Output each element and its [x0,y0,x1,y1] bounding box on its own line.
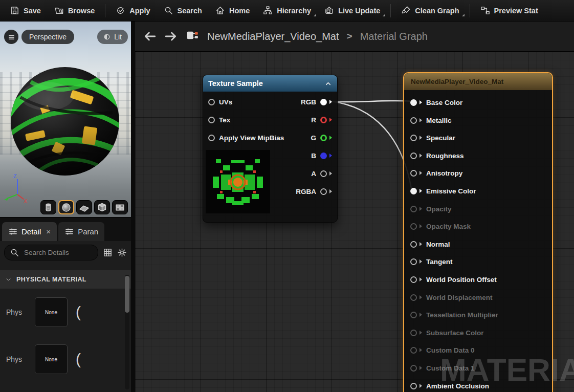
back-arrow-icon[interactable] [143,31,157,42]
material-pin-roughness[interactable]: Roughness [410,149,464,162]
left-panel: Perspective Lit Z X [0,21,131,392]
hamburger-icon [7,32,16,42]
pin-circle[interactable] [410,117,417,124]
grid-view-icon[interactable] [103,248,113,257]
tab-details[interactable]: Detail × [2,222,57,241]
material-result-header[interactable]: NewMediaPlayer_Video_Mat [404,73,552,90]
preview-viewport[interactable]: Perspective Lit Z X [0,21,131,217]
material-pin-custom-data-0[interactable]: Custom Data 0 [410,344,475,356]
pin-circle[interactable] [410,383,417,389]
toolbar-button-apply[interactable]: Apply [109,3,157,18]
shape-button-plane[interactable] [76,200,92,214]
material-pin-base-color[interactable]: Base Color [410,96,462,108]
output-pin-rgb[interactable]: RGB [301,96,332,108]
wire-rgb-to-emissive-color[interactable] [330,101,411,188]
material-graph-canvas[interactable]: Texture Sample UVsTexApply View MipBiasR… [135,52,574,392]
material-pin-custom-data-1[interactable]: Custom Data 1 [410,362,475,374]
material-pin-opacity-mask[interactable]: Opacity Mask [410,220,471,232]
material-pin-emissive-color[interactable]: Emissive Color [410,185,476,197]
pin-circle[interactable] [410,312,417,318]
material-pin-anisotropy[interactable]: Anisotropy [410,167,462,179]
pin-circle[interactable] [410,330,417,336]
pin-circle[interactable] [320,188,327,195]
pin-circle[interactable] [208,99,215,105]
pin-label: Ambient Occlusion [426,382,489,390]
shape-button-cube[interactable] [94,200,110,214]
toolbar-button-search[interactable]: Search [157,3,209,18]
section-physical-material[interactable]: PHYSICAL MATERIAL [0,270,131,289]
material-pin-ambient-occlusion[interactable]: Ambient Occlusion [410,380,489,392]
input-pin-uvs[interactable]: UVs [208,96,232,108]
pin-circle[interactable] [410,276,417,283]
pin-circle[interactable] [410,241,417,248]
asset-none-dropdown[interactable]: None [35,297,68,327]
tab-parameters[interactable]: Paran [58,222,104,241]
search-details-input[interactable] [23,248,93,257]
material-pin-tangent[interactable]: Tangent [410,255,453,268]
texture-sample-node[interactable]: Texture Sample UVsTexApply View MipBiasR… [203,75,338,223]
material-result-node[interactable]: NewMediaPlayer_Video_Mat Base ColorMetal… [403,72,553,392]
lit-mode-button[interactable]: Lit [97,30,128,44]
output-pin-b[interactable]: B [311,149,332,162]
pin-circle[interactable] [410,135,417,141]
toolbar-button-clean-graph[interactable]: Clean Graph [394,3,466,18]
pin-circle[interactable] [320,135,327,141]
gear-icon[interactable] [117,248,127,257]
toolbar-button-hierarchy[interactable]: Hierarchy [256,3,318,18]
shape-button-bricks[interactable] [112,200,128,214]
toolbar-button-home[interactable]: Home [209,3,256,18]
pin-circle[interactable] [320,117,327,123]
material-pin-specular[interactable]: Specular [410,132,455,144]
material-pin-world-displacement[interactable]: World Displacement [410,291,493,303]
wire-rgb-to-base-color[interactable] [330,101,411,102]
material-pin-subsurface-color[interactable]: Subsurface Color [410,326,484,339]
material-pin-normal[interactable]: Normal [410,238,450,250]
pin-circle[interactable] [410,223,417,230]
close-icon[interactable]: × [46,228,51,235]
pin-circle[interactable] [410,365,417,372]
pin-label: World Displacement [426,294,493,301]
pin-circle[interactable] [410,170,417,177]
pin-circle[interactable] [320,170,327,177]
forward-arrow-icon[interactable] [164,31,178,42]
output-pin-rgba[interactable]: RGBA [296,185,332,198]
pin-label: Tessellation Multiplier [426,311,498,319]
asset-none-dropdown[interactable]: None [35,344,68,374]
pin-circle[interactable] [320,99,327,105]
material-preview-sphere[interactable] [10,67,120,176]
perspective-button[interactable]: Perspective [21,30,74,44]
pin-circle[interactable] [410,99,417,106]
pin-circle[interactable] [410,188,417,194]
shape-button-cylinder[interactable] [40,200,56,214]
output-pin-g[interactable]: G [311,132,332,144]
output-pin-a[interactable]: A [311,167,332,180]
breadcrumb: NewMediaPlayer_Video_Mat > Material Grap… [135,21,574,52]
pin-circle[interactable] [410,294,417,301]
texture-sample-header[interactable]: Texture Sample [203,75,337,92]
breadcrumb-material-name[interactable]: NewMediaPlayer_Video_Mat [207,31,339,42]
material-pin-metallic[interactable]: Metallic [410,114,452,126]
pin-circle[interactable] [410,153,417,159]
pin-circle[interactable] [208,135,215,141]
pin-circle[interactable] [320,153,327,159]
chevron-up-icon[interactable] [324,80,332,88]
viewport-menu-button[interactable] [4,30,18,44]
toolbar-button-save[interactable]: Save [3,3,48,18]
toolbar-button-live-update[interactable]: Live Update [318,3,387,18]
details-scrollbar[interactable] [125,275,129,389]
input-pin-apply-view-mipbias[interactable]: Apply View MipBias [208,132,284,144]
input-pin-tex[interactable]: Tex [208,114,230,126]
toolbar-button-browse[interactable]: Browse [48,3,101,18]
material-pin-tessellation-multiplier[interactable]: Tessellation Multiplier [410,309,498,321]
toolbar-button-preview-stat[interactable]: Preview Stat [474,3,545,18]
search-details-box[interactable] [4,245,98,260]
material-pin-world-position-offset[interactable]: World Position Offset [410,273,497,286]
pin-circle[interactable] [208,117,215,123]
material-pin-opacity[interactable]: Opacity [410,203,452,215]
details-scrollbar-thumb[interactable] [125,276,129,313]
pin-circle[interactable] [410,347,417,354]
shape-button-sphere[interactable] [58,200,74,214]
pin-circle[interactable] [410,258,417,265]
output-pin-r[interactable]: R [311,114,332,126]
pin-circle[interactable] [410,206,417,212]
